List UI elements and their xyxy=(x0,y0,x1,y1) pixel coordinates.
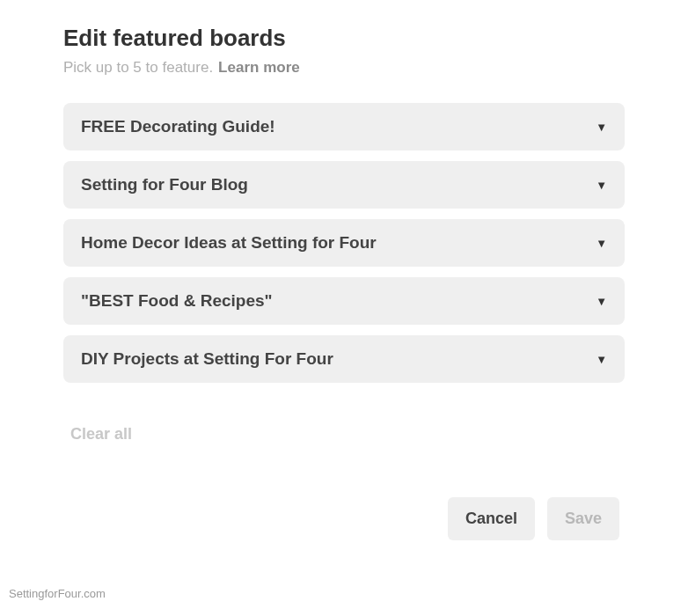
board-item[interactable]: "BEST Food & Recipes" ▼ xyxy=(63,277,625,325)
board-label: DIY Projects at Setting For Four xyxy=(81,349,333,369)
subtitle-text: Pick up to 5 to feature. xyxy=(63,59,213,77)
watermark: SettingforFour.com xyxy=(9,587,106,600)
chevron-down-icon: ▼ xyxy=(596,237,607,250)
cancel-button[interactable]: Cancel xyxy=(448,497,535,540)
page-title: Edit featured boards xyxy=(63,25,625,52)
board-item[interactable]: Home Decor Ideas at Setting for Four ▼ xyxy=(63,219,625,267)
learn-more-link[interactable]: Learn more xyxy=(218,59,300,77)
clear-all-button[interactable]: Clear all xyxy=(63,425,625,444)
footer-buttons: Cancel Save xyxy=(448,497,619,540)
board-label: Setting for Four Blog xyxy=(81,175,248,194)
chevron-down-icon: ▼ xyxy=(596,295,607,308)
board-label: "BEST Food & Recipes" xyxy=(81,291,273,311)
chevron-down-icon: ▼ xyxy=(596,179,607,192)
board-list: FREE Decorating Guide! ▼ Setting for Fou… xyxy=(63,103,625,383)
save-button[interactable]: Save xyxy=(547,497,619,540)
chevron-down-icon: ▼ xyxy=(596,353,607,366)
chevron-down-icon: ▼ xyxy=(596,121,607,134)
board-item[interactable]: DIY Projects at Setting For Four ▼ xyxy=(63,335,625,383)
board-label: Home Decor Ideas at Setting for Four xyxy=(81,233,377,253)
board-item[interactable]: Setting for Four Blog ▼ xyxy=(63,161,625,209)
board-item[interactable]: FREE Decorating Guide! ▼ xyxy=(63,103,625,150)
subtitle-row: Pick up to 5 to feature. Learn more xyxy=(63,59,625,77)
board-label: FREE Decorating Guide! xyxy=(81,117,275,136)
